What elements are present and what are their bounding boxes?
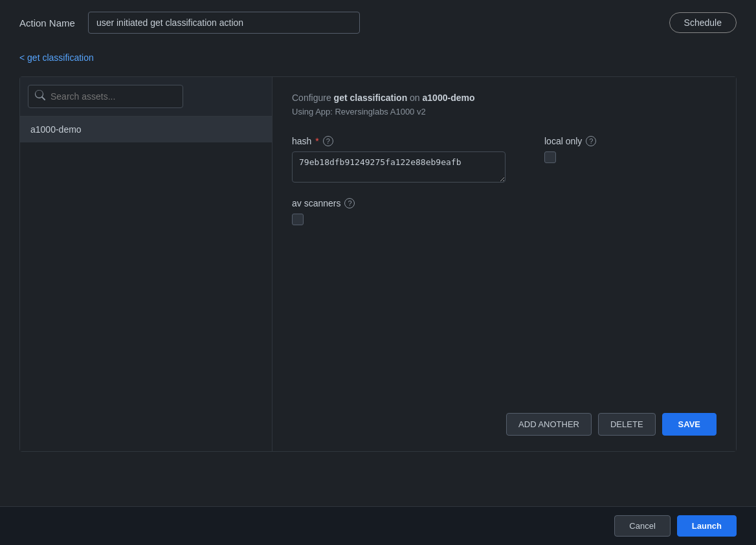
local-only-checkbox-wrapper [544,151,596,163]
add-another-button[interactable]: ADD ANOTHER [506,413,592,436]
configure-title: Configure get classification on a1000-de… [292,93,717,103]
right-panel: Configure get classification on a1000-de… [272,77,736,451]
av-scanners-section: av scanners ? [292,198,717,225]
av-scanners-label: av scanners ? [292,198,717,208]
asset-item[interactable]: a1000-demo [20,117,272,142]
local-only-field-group: local only ? [544,136,596,163]
search-box-container [28,85,183,108]
required-star: * [315,136,318,146]
search-input[interactable] [50,91,176,102]
delete-button[interactable]: DELETE [598,413,656,436]
av-scanners-checkbox[interactable] [292,214,304,225]
form-section: hash * ? 79eb18dfb91249275fa122e88eb9eaf… [292,136,717,183]
local-only-help-icon[interactable]: ? [586,136,596,146]
breadcrumb-link[interactable]: get classification [19,52,94,63]
search-box-wrapper [20,77,272,117]
main-content: a1000-demo Configure get classification … [19,76,737,452]
top-bar: Action Name Schedule [0,0,756,45]
av-scanners-checkbox-wrapper [292,214,717,225]
save-button[interactable]: SAVE [662,413,717,436]
footer: Cancel Launch [0,506,756,545]
hash-input[interactable]: 79eb18dfb91249275fa122e88eb9eafb [292,151,506,183]
cancel-button[interactable]: Cancel [614,515,670,537]
asset-list: a1000-demo [20,117,272,451]
left-panel: a1000-demo [20,77,272,451]
search-icon [35,90,45,103]
action-buttons: ADD ANOTHER DELETE SAVE [292,387,717,436]
hash-field-group: hash * ? 79eb18dfb91249275fa122e88eb9eaf… [292,136,506,183]
launch-button[interactable]: Launch [677,515,737,537]
local-only-label: local only ? [544,136,596,146]
breadcrumb-area: get classification [0,45,756,76]
action-name-label: Action Name [19,17,75,28]
using-app-label: Using App: Reversinglabs A1000 v2 [292,107,717,117]
hash-field-label: hash * ? [292,136,506,146]
local-only-checkbox[interactable] [544,151,556,163]
action-name-input[interactable] [88,12,360,34]
av-scanners-help-icon[interactable]: ? [344,198,355,208]
schedule-button[interactable]: Schedule [669,12,737,33]
hash-help-icon[interactable]: ? [323,136,333,146]
